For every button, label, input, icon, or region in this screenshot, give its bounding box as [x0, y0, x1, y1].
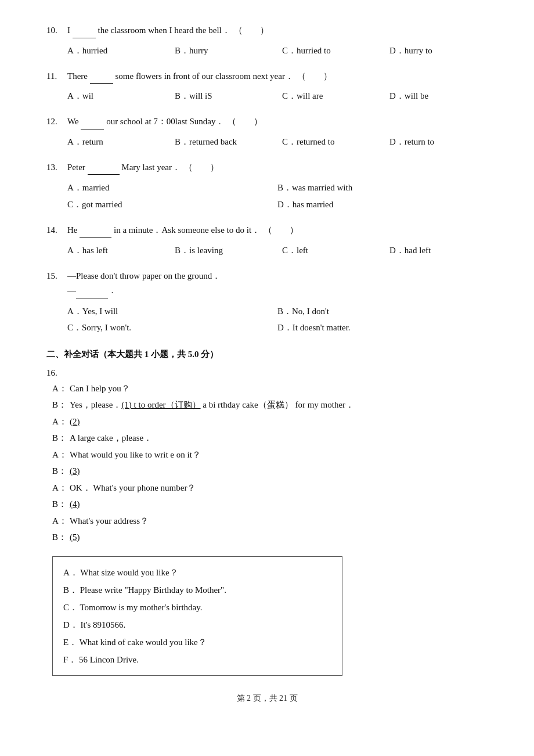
q-text-14: He in a minute．Ask someone else to do it…: [67, 223, 488, 238]
dialog-line-3: B： A large cake，please．: [52, 430, 488, 447]
question-13: 13. Peter Mary last year．（ ） A．married B…: [46, 160, 488, 213]
option-15-c: C．Sorry, I won't.: [67, 319, 277, 336]
dialog-line-7: B： (4): [52, 496, 488, 513]
option-12-c: C．returned to: [282, 134, 389, 150]
q-text-10: I the classroom when I heard the bell．（ …: [67, 23, 488, 38]
choice-d: D． It's 8910566.: [63, 616, 331, 633]
option-11-c: C．will are: [282, 88, 389, 104]
option-10-d: D．hurry to: [389, 43, 497, 59]
q-num-11: 11.: [46, 69, 67, 84]
options-row-12: A．return B．returned back C．returned to D…: [67, 134, 488, 150]
option-13-d: D．has married: [277, 196, 488, 213]
options-row-10: A．hurried B．hurry C．hurried to D．hurry t…: [67, 43, 488, 59]
dialog-speaker-2: A：: [52, 413, 70, 430]
option-12-d: D．return to: [389, 134, 497, 150]
option-14-b: B．is leaving: [175, 243, 282, 258]
options-row-11: A．wil B．will iS C．will are D．will be: [67, 88, 488, 104]
q-text-11: There some flowers in front of our class…: [67, 69, 488, 84]
q-num-13: 13.: [46, 160, 67, 175]
dialog-speaker-1: B：: [52, 397, 70, 413]
option-14-c: C．left: [282, 243, 389, 258]
option-13-c: C．got married: [67, 196, 277, 213]
choice-b: B． Please write "Happy Birthday to Mothe…: [63, 581, 331, 599]
choice-c: C． Tomorrow is my mother's birthday.: [63, 599, 331, 616]
question-16: 16. A： Can I help you？ B： Yes，please．(1)…: [46, 368, 488, 546]
dialog-line-9: B： (5): [52, 529, 488, 546]
dialog-speaker-8: A：: [52, 513, 70, 530]
option-15-a: A．Yes, I will: [67, 303, 277, 320]
dialog-content-6: OK． What's your phone number？: [70, 480, 488, 496]
dialog-line-2: A： (2): [52, 413, 488, 430]
q-num-10: 10.: [46, 23, 67, 38]
dialog-speaker-9: B：: [52, 529, 70, 546]
option-15-b: B．No, I don't: [277, 303, 488, 320]
option-14-d: D．had left: [389, 243, 497, 258]
dialog-content-9: (5): [70, 529, 488, 546]
options-row-15: A．Yes, I will B．No, I don't C．Sorry, I w…: [67, 303, 488, 336]
dialog-line-5: B： (3): [52, 463, 488, 480]
q-text-13: Peter Mary last year．（ ）: [67, 160, 488, 175]
choice-e: E． What kind of cake would you like？: [63, 633, 331, 651]
dialog-speaker-4: A：: [52, 447, 70, 463]
dialog-content-1: Yes，please．(1) t to order（订购） a bi rthda…: [70, 397, 488, 413]
question-15: 15. —Please don't throw paper on the gro…: [46, 269, 488, 336]
options-row-13: A．married B．was married with C．got marri…: [67, 179, 488, 213]
section2-title: 二、补全对话（本大题共 1 小题，共 5.0 分）: [46, 349, 488, 360]
option-11-b: B．will iS: [175, 88, 282, 104]
choice-f: F． 56 Lincon Drive.: [63, 651, 331, 668]
dialog-speaker-0: A：: [52, 380, 70, 397]
dialog-content-5: (3): [70, 463, 488, 480]
dialog-content-8: What's your address？: [70, 513, 488, 530]
option-14-a: A．has left: [67, 243, 175, 258]
option-11-a: A．wil: [67, 88, 175, 104]
dialog-line-6: A： OK． What's your phone number？: [52, 480, 488, 496]
dialog-speaker-7: B：: [52, 496, 70, 513]
option-10-a: A．hurried: [67, 43, 175, 59]
option-10-c: C．hurried to: [282, 43, 389, 59]
dialog-content-4: What would you like to writ e on it？: [70, 447, 488, 463]
dialog-content-2: (2): [70, 413, 488, 430]
dialog-line-0: A： Can I help you？: [52, 380, 488, 397]
question-10: 10. I the classroom when I heard the bel…: [46, 23, 488, 59]
dialog-speaker-5: B：: [52, 463, 70, 480]
option-11-d: D．will be: [389, 88, 497, 104]
option-13-b: B．was married with: [277, 179, 488, 196]
dialog-speaker-3: B：: [52, 430, 70, 447]
dialog-content-7: (4): [70, 496, 488, 513]
question-12: 12. We our school at 7：00last Sunday．（ ）…: [46, 114, 488, 150]
choice-a: A． What size would you like？: [63, 564, 331, 581]
option-12-b: B．returned back: [175, 134, 282, 150]
option-15-d: D．It doesn't matter.: [277, 319, 488, 336]
page-footer: 第 2 页，共 21 页: [46, 693, 488, 704]
dialog-content-0: Can I help you？: [70, 380, 488, 397]
q-text-15: —Please don't throw paper on the ground．…: [67, 269, 488, 298]
dialog-content-3: A large cake，please．: [70, 430, 488, 447]
choices-box: A． What size would you like？ B． Please w…: [52, 556, 342, 676]
dialog-speaker-6: A：: [52, 480, 70, 496]
dialog-line-1: B： Yes，please．(1) t to order（订购） a bi rt…: [52, 397, 488, 413]
option-13-a: A．married: [67, 179, 277, 196]
question-11: 11. There some flowers in front of our c…: [46, 69, 488, 105]
option-10-b: B．hurry: [175, 43, 282, 59]
q-num-12: 12.: [46, 114, 67, 129]
question-14: 14. He in a minute．Ask someone else to d…: [46, 223, 488, 258]
q-num-14: 14.: [46, 223, 67, 238]
dialog-line-8: A： What's your address？: [52, 513, 488, 530]
q-num-15: 15.: [46, 269, 67, 284]
q-text-12: We our school at 7：00last Sunday．（ ）: [67, 114, 488, 129]
dialog-line-4: A： What would you like to writ e on it？: [52, 447, 488, 463]
options-row-14: A．has left B．is leaving C．left D．had lef…: [67, 243, 488, 258]
option-12-a: A．return: [67, 134, 175, 150]
q-num-16: 16.: [46, 368, 67, 378]
